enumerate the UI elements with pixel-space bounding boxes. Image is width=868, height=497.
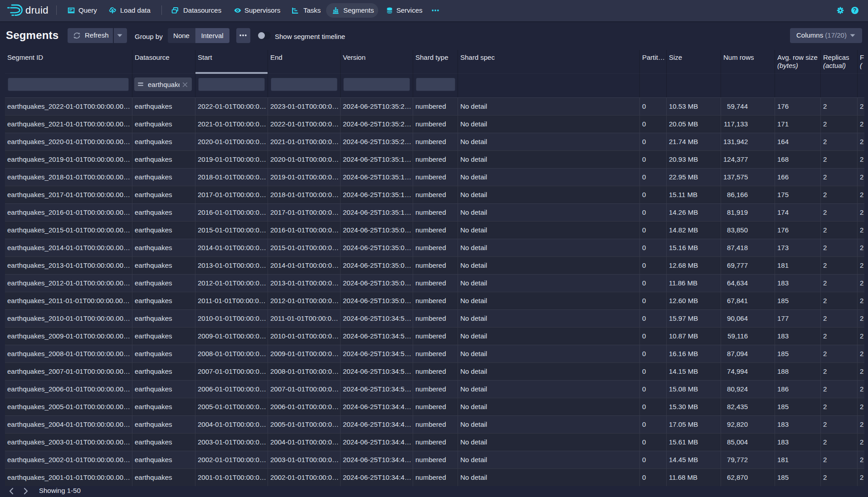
svg-text:?: ? (853, 7, 856, 14)
